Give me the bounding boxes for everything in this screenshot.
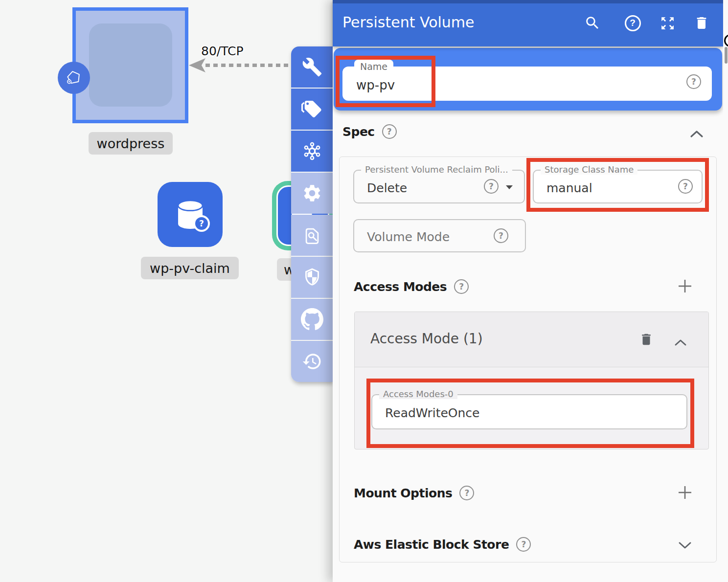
database-icon bbox=[165, 189, 216, 240]
spec-collapse-button[interactable] bbox=[689, 126, 705, 142]
access-modes-heading-row: Access Modes ? bbox=[354, 279, 469, 294]
toolbar-github-button[interactable] bbox=[291, 299, 333, 340]
storage-class-label: Storage Class Name bbox=[541, 164, 637, 175]
reclaim-policy-label: Persistent Volume Reclaim Poli... bbox=[361, 164, 512, 175]
toolbar-tools-button[interactable] bbox=[291, 46, 333, 88]
toolbar-security-button[interactable] bbox=[291, 257, 333, 298]
pod-icon[interactable] bbox=[58, 62, 90, 94]
dropdown-arrow-icon bbox=[505, 185, 513, 190]
help-icon[interactable]: ? bbox=[494, 228, 508, 243]
expand-button[interactable] bbox=[659, 14, 676, 32]
wordpress-replicaset-area[interactable] bbox=[89, 23, 172, 107]
access-mode-0-value: ReadWriteOnce bbox=[385, 406, 479, 420]
spec-heading: Spec bbox=[342, 125, 375, 139]
help-icon[interactable]: ? bbox=[459, 486, 474, 500]
help-icon: ? bbox=[625, 15, 641, 31]
access-mode-card-header: Access Mode (1) bbox=[355, 312, 708, 367]
trash-icon bbox=[694, 15, 709, 31]
reclaim-policy-value: Delete bbox=[367, 180, 407, 195]
toolbar-history-button[interactable] bbox=[291, 341, 333, 382]
volume-mode-label: Volume Mode bbox=[367, 230, 450, 244]
chevron-up-icon bbox=[674, 339, 687, 346]
pod-pentagon-icon bbox=[64, 67, 84, 88]
scrollbar-track[interactable] bbox=[723, 0, 728, 582]
scrollbar-thumb[interactable] bbox=[725, 47, 728, 64]
name-section: Name wp-pv ? bbox=[334, 48, 722, 111]
aws-ebs-heading-row: Aws Elastic Block Store ? bbox=[354, 537, 531, 552]
toolbar-labels-button[interactable] bbox=[291, 89, 333, 130]
wrench-icon bbox=[302, 57, 322, 77]
persistent-volume-panel: Persistent Volume ? Nam bbox=[333, 0, 723, 582]
storage-class-value: manual bbox=[546, 180, 592, 195]
help-button[interactable]: ? bbox=[624, 14, 641, 32]
access-mode-0-input[interactable]: Access Modes-0 ReadWriteOnce bbox=[371, 394, 687, 429]
doc-search-icon bbox=[301, 224, 323, 246]
question-badge-icon: ? bbox=[193, 215, 210, 232]
history-icon bbox=[302, 351, 322, 372]
spec-section: Persistent Volume Reclaim Poli... Delete… bbox=[339, 157, 717, 562]
delete-resource-button[interactable] bbox=[693, 14, 710, 32]
help-icon[interactable]: ? bbox=[484, 179, 499, 194]
storage-class-input[interactable]: Storage Class Name manual ? bbox=[533, 170, 703, 203]
panel-title: Persistent Volume bbox=[342, 14, 475, 31]
reclaim-policy-select[interactable]: Persistent Volume Reclaim Poli... Delete… bbox=[353, 170, 525, 203]
add-access-mode-button[interactable] bbox=[677, 278, 693, 294]
gear-icon bbox=[302, 183, 322, 203]
hub-icon bbox=[301, 140, 323, 162]
mount-options-heading-row: Mount Options ? bbox=[354, 486, 474, 500]
access-mode-card: Access Mode (1) Acce bbox=[354, 312, 709, 449]
plus-icon bbox=[677, 485, 693, 500]
node-label-wp-pv-claim: wp-pv-claim bbox=[141, 257, 239, 279]
shield-icon bbox=[302, 268, 322, 287]
plus-icon bbox=[677, 278, 693, 294]
mount-options-heading: Mount Options bbox=[354, 486, 452, 500]
chevron-up-icon bbox=[690, 130, 704, 138]
collapse-access-mode-button[interactable] bbox=[673, 335, 688, 350]
panel-header: Persistent Volume ? bbox=[333, 0, 723, 46]
access-mode-card-title: Access Mode (1) bbox=[370, 331, 483, 347]
search-icon bbox=[584, 15, 601, 31]
name-input[interactable]: Name wp-pv ? bbox=[342, 67, 712, 101]
help-icon[interactable]: ? bbox=[678, 179, 693, 194]
access-modes-heading: Access Modes bbox=[354, 280, 447, 294]
search-button[interactable] bbox=[584, 14, 601, 32]
help-icon[interactable]: ? bbox=[382, 124, 397, 139]
add-mount-option-button[interactable] bbox=[677, 485, 693, 500]
node-label-wordpress: wordpress bbox=[89, 132, 173, 155]
access-mode-0-label: Access Modes-0 bbox=[379, 389, 457, 399]
node-wordpress[interactable] bbox=[72, 7, 188, 123]
help-icon[interactable]: ? bbox=[686, 74, 701, 89]
help-icon[interactable]: ? bbox=[516, 537, 531, 552]
toolbar-settings-button[interactable] bbox=[291, 173, 333, 214]
trash-icon bbox=[639, 332, 654, 347]
expand-aws-ebs-button[interactable] bbox=[677, 537, 693, 553]
edge-dotted-line bbox=[205, 64, 292, 67]
volume-mode-select[interactable]: Volume Mode ? bbox=[353, 219, 526, 252]
name-input-label: Name bbox=[354, 60, 393, 73]
tag-icon bbox=[301, 99, 323, 119]
panel-body: Spec ? Persistent Volume Reclaim Poli...… bbox=[333, 111, 723, 582]
node-wp-pv-claim[interactable]: ? bbox=[158, 182, 223, 247]
edge-arrowhead-icon bbox=[189, 58, 205, 72]
aws-ebs-heading: Aws Elastic Block Store bbox=[354, 537, 509, 552]
expand-icon bbox=[660, 15, 676, 31]
delete-access-mode-button[interactable] bbox=[638, 332, 654, 347]
github-icon bbox=[301, 308, 323, 331]
spec-heading-row: Spec ? bbox=[342, 124, 397, 139]
edge-label: 80/TCP bbox=[201, 44, 244, 58]
help-icon[interactable]: ? bbox=[454, 279, 469, 294]
chevron-down-icon bbox=[678, 541, 692, 549]
name-input-value: wp-pv bbox=[356, 78, 395, 92]
toolbar-inspect-button[interactable] bbox=[291, 215, 333, 256]
canvas-toolbar bbox=[291, 46, 333, 382]
app-root: wordpress 80/TCP ? wp-pv-claim w bbox=[0, 0, 728, 582]
toolbar-network-button[interactable] bbox=[291, 131, 333, 172]
